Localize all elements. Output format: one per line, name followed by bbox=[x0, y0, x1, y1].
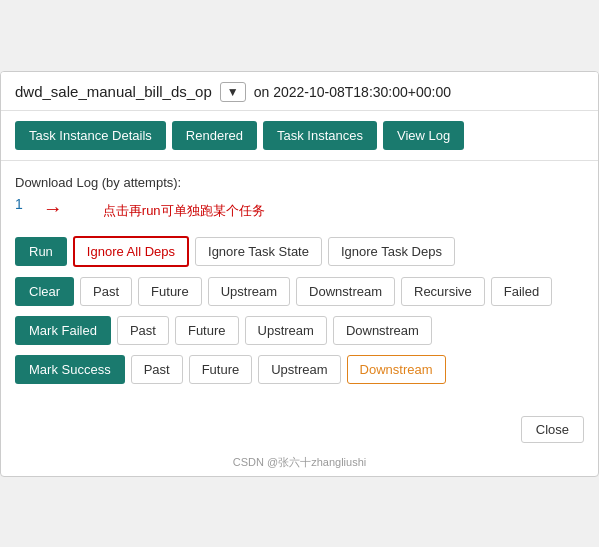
mark-success-downstream-button[interactable]: Downstream bbox=[347, 355, 446, 384]
clear-failed-button[interactable]: Failed bbox=[491, 277, 552, 306]
attempt-link[interactable]: 1 bbox=[15, 196, 23, 212]
download-label: Download Log (by attempts): bbox=[15, 175, 584, 190]
mark-success-past-button[interactable]: Past bbox=[131, 355, 183, 384]
title-bar: dwd_sale_manual_bill_ds_op ▼ on 2022-10-… bbox=[1, 72, 598, 111]
main-window: dwd_sale_manual_bill_ds_op ▼ on 2022-10-… bbox=[0, 71, 599, 477]
nav-bar: Task Instance Details Rendered Task Inst… bbox=[1, 111, 598, 161]
dag-name: dwd_sale_manual_bill_ds_op bbox=[15, 83, 212, 100]
mark-failed-row: Mark Failed Past Future Upstream Downstr… bbox=[15, 316, 584, 345]
mark-success-button[interactable]: Mark Success bbox=[15, 355, 125, 384]
mark-failed-downstream-button[interactable]: Downstream bbox=[333, 316, 432, 345]
ignore-all-deps-button[interactable]: Ignore All Deps bbox=[73, 236, 189, 267]
mark-failed-upstream-button[interactable]: Upstream bbox=[245, 316, 327, 345]
mark-failed-future-button[interactable]: Future bbox=[175, 316, 239, 345]
mark-success-row: Mark Success Past Future Upstream Downst… bbox=[15, 355, 584, 384]
clear-future-button[interactable]: Future bbox=[138, 277, 202, 306]
run-button[interactable]: Run bbox=[15, 237, 67, 266]
close-button[interactable]: Close bbox=[521, 416, 584, 443]
rendered-button[interactable]: Rendered bbox=[172, 121, 257, 150]
mark-success-upstream-button[interactable]: Upstream bbox=[258, 355, 340, 384]
mark-success-future-button[interactable]: Future bbox=[189, 355, 253, 384]
watermark: CSDN @张六十zhangliushi bbox=[1, 455, 598, 476]
filter-button[interactable]: ▼ bbox=[220, 82, 246, 102]
clear-past-button[interactable]: Past bbox=[80, 277, 132, 306]
attempt-annotation-row: 1 → 点击再run可单独跑某个任务 bbox=[15, 196, 584, 222]
task-instances-button[interactable]: Task Instances bbox=[263, 121, 377, 150]
clear-downstream-button[interactable]: Downstream bbox=[296, 277, 395, 306]
on-text: on 2022-10-08T18:30:00+00:00 bbox=[254, 84, 451, 100]
clear-row: Clear Past Future Upstream Downstream Re… bbox=[15, 277, 584, 306]
view-log-button[interactable]: View Log bbox=[383, 121, 464, 150]
ignore-task-deps-button[interactable]: Ignore Task Deps bbox=[328, 237, 455, 266]
ignore-task-state-button[interactable]: Ignore Task State bbox=[195, 237, 322, 266]
arrow-icon: → bbox=[43, 197, 63, 220]
task-instance-details-button[interactable]: Task Instance Details bbox=[15, 121, 166, 150]
clear-button[interactable]: Clear bbox=[15, 277, 74, 306]
clear-recursive-button[interactable]: Recursive bbox=[401, 277, 485, 306]
annotation-text: 点击再run可单独跑某个任务 bbox=[103, 198, 265, 220]
content-area: Download Log (by attempts): 1 → 点击再run可单… bbox=[1, 161, 598, 408]
mark-failed-past-button[interactable]: Past bbox=[117, 316, 169, 345]
mark-failed-button[interactable]: Mark Failed bbox=[15, 316, 111, 345]
run-row: Run Ignore All Deps Ignore Task State Ig… bbox=[15, 236, 584, 267]
footer: Close bbox=[1, 408, 598, 455]
clear-upstream-button[interactable]: Upstream bbox=[208, 277, 290, 306]
